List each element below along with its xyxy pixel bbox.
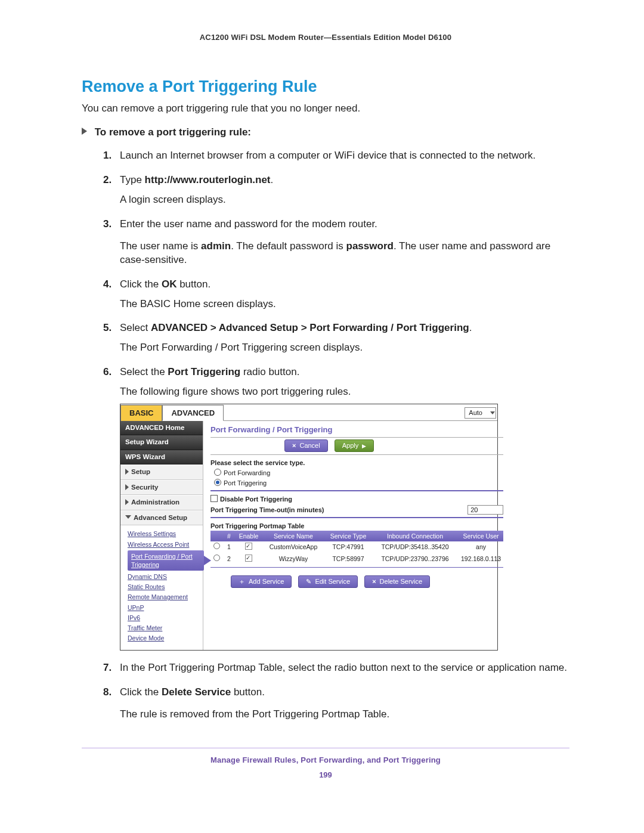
step-6: 6. Select the Port Triggering radio butt… — [103, 366, 569, 651]
sublink-device-mode[interactable]: Device Mode — [128, 634, 203, 642]
document-header: AC1200 WiFi DSL Modem Router—Essentials … — [82, 33, 569, 42]
sublink-remote-management[interactable]: Remote Management — [128, 593, 203, 601]
intro-paragraph: You can remove a port triggering rule th… — [82, 102, 569, 116]
timeout-input[interactable]: 20 — [467, 505, 503, 515]
chevron-right-icon — [82, 128, 87, 135]
sidebar-setup[interactable]: Setup — [120, 465, 203, 480]
table-row: 1 CustomVoiceApp TCP:47991 TCP/UDP:35418… — [210, 541, 503, 553]
chevron-down-icon — [490, 411, 495, 414]
tab-basic[interactable]: BASIC — [120, 405, 162, 421]
sidebar-advanced-home[interactable]: ADVANCED Home — [120, 421, 203, 436]
step-5: 5. Select ADVANCED > Advanced Setup > Po… — [103, 321, 569, 355]
step-1: 1.Launch an Internet browser from a comp… — [103, 149, 569, 163]
row-select-radio[interactable] — [213, 543, 220, 549]
step-3: 3. Enter the user name and password for … — [103, 218, 569, 267]
tab-advanced[interactable]: ADVANCED — [162, 405, 224, 421]
row-select-radio[interactable] — [213, 555, 220, 561]
procedure-title: To remove a port triggering rule: — [82, 126, 569, 138]
step-7: 7.In the Port Triggering Portmap Table, … — [103, 661, 569, 675]
step-2: 2. Type http://www.routerlogin.net. A lo… — [103, 174, 569, 207]
caret-down-icon — [125, 515, 131, 519]
section-title: Remove a Port Triggering Rule — [82, 78, 569, 96]
sidebar: ADVANCED Home Setup Wizard WPS Wizard Se… — [120, 421, 203, 651]
service-type-label: Please select the service type. — [210, 459, 503, 467]
step-8: 8. Click the Delete Service button. The … — [103, 686, 569, 721]
table-row: 2 WizzyWay TCP:58997 TCP/UDP:23790..2379… — [210, 553, 503, 565]
caret-right-icon — [125, 484, 129, 490]
chevron-right-icon: ▶ — [362, 442, 366, 450]
edit-service-button[interactable]: ✎Edit Service — [298, 575, 358, 588]
sublink-traffic-meter[interactable]: Traffic Meter — [128, 624, 203, 632]
sublink-ipv6[interactable]: IPv6 — [128, 614, 203, 622]
pencil-icon: ✎ — [306, 577, 311, 586]
radio-port-forwarding[interactable]: Port Forwarding — [214, 469, 503, 478]
main-panel: Port Forwarding / Port Triggering ×Cance… — [203, 421, 508, 651]
footer-chapter: Manage Firewall Rules, Port Forwarding, … — [82, 755, 569, 764]
panel-title: Port Forwarding / Port Triggering — [210, 425, 503, 438]
portmap-table-title: Port Triggering Portmap Table — [210, 522, 503, 531]
sidebar-setup-wizard[interactable]: Setup Wizard — [120, 435, 203, 450]
sublink-static-routes[interactable]: Static Routes — [128, 583, 203, 591]
sublink-dynamic-dns[interactable]: Dynamic DNS — [128, 572, 203, 581]
apply-button[interactable]: Apply▶ — [335, 439, 374, 452]
row-enable-checkbox[interactable] — [245, 555, 252, 562]
table-header: # Enable Service Name Service Type Inbou… — [210, 531, 503, 541]
row-enable-checkbox[interactable] — [245, 543, 252, 550]
timeout-label: Port Triggering Time-out(in minutes) — [210, 506, 324, 515]
sublink-upnp[interactable]: UPnP — [128, 603, 203, 612]
sidebar-administration[interactable]: Administration — [120, 495, 203, 510]
sidebar-advanced-setup[interactable]: Advanced Setup — [120, 510, 203, 526]
delete-service-button[interactable]: ×Delete Service — [364, 575, 430, 588]
close-icon: × — [292, 441, 296, 450]
caret-right-icon — [125, 469, 129, 475]
disable-port-triggering-checkbox[interactable]: Disable Port Triggering — [210, 495, 503, 504]
sublink-wireless-settings[interactable]: Wireless Settings — [128, 529, 203, 538]
plus-icon: ＋ — [239, 577, 245, 586]
close-icon: × — [372, 577, 376, 586]
sidebar-wps-wizard[interactable]: WPS Wizard — [120, 450, 203, 465]
sublink-wireless-access-point[interactable]: Wireless Access Point — [128, 540, 203, 549]
router-ui-screenshot: BASIC ADVANCED Auto ADVANCED Home Setup … — [120, 404, 498, 651]
step-4: 4. Click the OK button. The BASIC Home s… — [103, 278, 569, 311]
sidebar-security[interactable]: Security — [120, 480, 203, 496]
radio-port-triggering[interactable]: Port Triggering — [214, 479, 503, 488]
page-number: 199 — [82, 770, 569, 779]
add-service-button[interactable]: ＋Add Service — [231, 575, 292, 588]
cancel-button[interactable]: ×Cancel — [284, 439, 328, 452]
sublink-port-forwarding-triggering[interactable]: Port Forwarding / Port Triggering — [128, 550, 204, 571]
caret-right-icon — [125, 499, 129, 505]
